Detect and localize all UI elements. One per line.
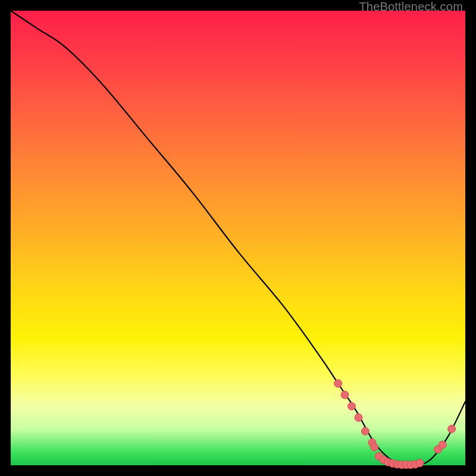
chart-svg [11, 11, 465, 465]
data-marker [371, 443, 378, 451]
data-marker [448, 425, 456, 433]
plot-area [11, 11, 465, 465]
chart-frame: TheBottleneck.com [0, 0, 476, 476]
data-marker [416, 459, 424, 467]
data-marker [355, 414, 362, 421]
bottleneck-curve-line [11, 11, 465, 465]
bottleneck-curve-markers [334, 380, 456, 469]
data-marker [334, 380, 342, 387]
data-marker [361, 427, 369, 435]
data-marker [439, 441, 446, 449]
data-marker [341, 391, 349, 399]
data-marker [348, 402, 356, 410]
